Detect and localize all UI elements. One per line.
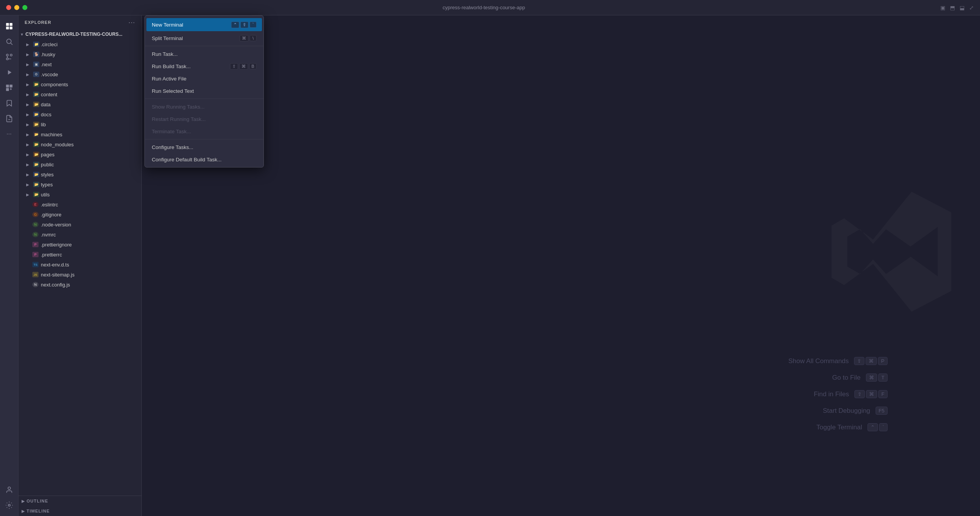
kbd-group: ⇧ ⌘ P (854, 357, 888, 365)
folder-icon: ⚙ (33, 72, 39, 77)
tree-item-next-config-js[interactable]: N next.config.js (18, 280, 141, 290)
folder-icon: 📂 (33, 192, 39, 197)
run-debug-activity-icon[interactable] (2, 65, 16, 79)
outline-section[interactable]: ▶ OUTLINE (18, 496, 141, 506)
menu-item-label: Show Running Tasks... (152, 104, 205, 110)
timeline-section[interactable]: ▶ TIMELINE (18, 506, 141, 516)
menu-divider (145, 99, 263, 99)
kbd: ⌘ (866, 390, 877, 398)
folder-icon: 📂 (33, 162, 39, 167)
kbd: P (878, 357, 888, 365)
kbd-small: ⇧ (230, 63, 238, 70)
tree-item-eslintrc[interactable]: E .eslintrc (18, 199, 141, 209)
fullscreen-icon[interactable]: ⤢ (969, 5, 974, 11)
menu-item-new-terminal[interactable]: New Terminal ⌃ ⇧ ` (146, 18, 262, 31)
tree-item-prettierignore[interactable]: P .prettierignore (18, 240, 141, 250)
file-icon: N (32, 222, 39, 227)
kbd-small: ⇧ (240, 22, 248, 28)
tree-item-machines[interactable]: ▶ 📂 machines (18, 129, 141, 139)
menu-item-restart-running-task: Restart Running Task... (145, 113, 263, 125)
minimize-button[interactable] (14, 5, 19, 10)
folder-icon: 📂 (33, 152, 39, 157)
tree-item-docs[interactable]: ▶ 📂 docs (18, 109, 141, 119)
sidebar-more-button[interactable]: ··· (128, 18, 135, 27)
folder-arrow-icon: ▶ (26, 72, 32, 77)
folder-arrow-icon: ▶ (26, 193, 32, 197)
tree-item-node-modules[interactable]: ▶ 📂 node_modules (18, 139, 141, 149)
layout-icon[interactable]: ⬓ (960, 5, 965, 11)
folder-name: .circleci (41, 42, 57, 47)
shortcut-show-commands: Show All Commands ⇧ ⌘ P (788, 357, 888, 365)
file-name: .gitignore (41, 212, 61, 218)
traffic-lights[interactable] (0, 5, 27, 10)
tree-item-styles[interactable]: ▶ 📂 styles (18, 169, 141, 179)
explorer-title: EXPLORER (25, 20, 51, 25)
tree-item-next-env-dts[interactable]: TS next-env.d.ts (18, 260, 141, 270)
bookmarks-activity-icon[interactable] (2, 96, 16, 110)
timeline-arrow-icon: ▶ (22, 509, 25, 513)
menu-item-configure-default-build-task[interactable]: Configure Default Build Task... (145, 153, 263, 166)
folder-name: docs (41, 112, 51, 117)
tree-item-gitignore[interactable]: G .gitignore (18, 209, 141, 219)
test-activity-icon[interactable] (2, 112, 16, 126)
tree-item-public[interactable]: ▶ 📂 public (18, 159, 141, 169)
sidebar-toggle-icon[interactable]: ▣ (940, 5, 945, 11)
kbd: F (878, 390, 888, 398)
folder-name: lib (41, 122, 46, 127)
tree-item-node-version[interactable]: N .node-version (18, 219, 141, 230)
tree-item-next-sitemap-js[interactable]: JS next-sitemap.js (18, 270, 141, 280)
tree-item-circleci[interactable]: ▶ 📁 .circleci (18, 39, 141, 49)
tree-item-lib[interactable]: ▶ 📂 lib (18, 119, 141, 129)
menu-item-configure-tasks[interactable]: Configure Tasks... (145, 141, 263, 153)
folder-name: data (41, 102, 50, 107)
outline-label: OUTLINE (27, 499, 48, 503)
folder-icon: 📂 (33, 172, 39, 177)
tree-item-prettierrc[interactable]: P .prettierrc (18, 250, 141, 260)
explorer-activity-icon[interactable] (2, 19, 16, 33)
search-activity-icon[interactable] (2, 35, 16, 49)
tree-item-vscode[interactable]: ▶ ⚙ .vscode (18, 69, 141, 79)
menu-item-split-terminal[interactable]: Split Terminal ⌘ \ (145, 32, 263, 44)
sidebar-bottom: ▶ OUTLINE ▶ TIMELINE (18, 496, 141, 516)
file-name: .eslintrc (41, 202, 58, 208)
kbd-group: ⌘ T (866, 374, 888, 382)
maximize-button[interactable] (22, 5, 27, 10)
more-activity-icon[interactable]: ··· (2, 127, 16, 141)
extensions-activity-icon[interactable] (2, 81, 16, 95)
tree-item-pages[interactable]: ▶ 📂 pages (18, 149, 141, 159)
kbd: ⌃ (868, 423, 878, 431)
root-folder-item[interactable]: ▼ CYPRESS-REALWORLD-TESTING-COURS... (18, 29, 141, 39)
menu-item-run-task[interactable]: Run Task... (145, 48, 263, 60)
tree-item-content[interactable]: ▶ 📂 content (18, 89, 141, 99)
close-button[interactable] (6, 5, 11, 10)
tree-item-components[interactable]: ▶ 📂 components (18, 79, 141, 89)
menu-item-run-active-file[interactable]: Run Active File (145, 72, 263, 85)
tree-item-husky[interactable]: ▶ 🐕 .husky (18, 49, 141, 59)
titlebar-actions: ▣ ⬒ ⬓ ⤢ (940, 5, 980, 11)
menu-item-run-build-task[interactable]: Run Build Task... ⇧ ⌘ B (145, 60, 263, 72)
activity-bar: ··· (0, 15, 18, 516)
kbd-small: ` (250, 22, 257, 28)
tree-item-utils[interactable]: ▶ 📂 utils (18, 189, 141, 199)
kbd: T (878, 374, 888, 382)
svg-rect-2 (6, 27, 8, 29)
tree-item-next[interactable]: ▶ ▣ .next (18, 59, 141, 69)
folder-icon: 📂 (33, 102, 39, 107)
folder-name: node_modules (41, 142, 74, 147)
kbd: ⇧ (854, 390, 865, 398)
menu-item-terminate-task: Terminate Task... (145, 125, 263, 137)
folder-icon: 📂 (33, 82, 39, 87)
settings-activity-icon[interactable] (2, 498, 16, 512)
folder-arrow-icon: ▶ (26, 82, 32, 87)
tree-item-nvmrc[interactable]: N .nvmrc (18, 230, 141, 240)
accounts-activity-icon[interactable] (2, 483, 16, 497)
tree-item-data[interactable]: ▶ 📂 data (18, 99, 141, 109)
menu-item-label: New Terminal (152, 22, 183, 28)
tree-item-types[interactable]: ▶ 📂 types (18, 179, 141, 189)
folder-icon: 📂 (33, 182, 39, 187)
source-control-activity-icon[interactable] (2, 50, 16, 64)
main-area: Show All Commands ⇧ ⌘ P Go to File ⌘ T F… (142, 15, 980, 516)
panel-toggle-icon[interactable]: ⬒ (950, 5, 955, 11)
kbd-group: ⇧ ⌘ F (854, 390, 888, 398)
menu-item-run-selected-text[interactable]: Run Selected Text (145, 85, 263, 97)
